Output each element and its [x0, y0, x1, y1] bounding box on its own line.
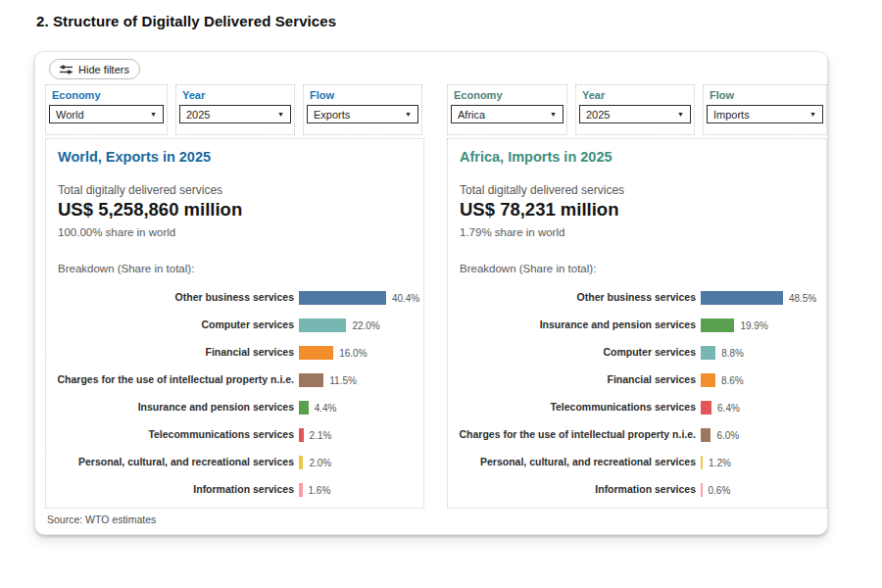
value-label: 6.4% [717, 403, 740, 414]
chevron-down-icon: ▼ [809, 111, 816, 118]
category-label: Personal, cultural, and recreational ser… [46, 457, 294, 468]
filter-box-economy-right: Economy Africa ▼ [447, 84, 567, 135]
breakdown-label: Breakdown (Share in total): [460, 263, 596, 274]
chart-row: Computer services8.8% [448, 339, 826, 367]
share-in-world-text: 100.00% share in world [58, 226, 175, 238]
economy-select-right-value: Africa [458, 109, 485, 121]
value-label: 2.1% [310, 430, 332, 441]
year-select-left[interactable]: 2025 ▼ [179, 105, 291, 123]
bar[interactable] [701, 291, 783, 305]
category-label: Financial services [448, 374, 696, 386]
category-label: Insurance and pension services [46, 402, 294, 414]
bar[interactable] [701, 483, 703, 497]
chart-row: Computer services22.0% [46, 312, 423, 339]
chart-row: Other business services48.5% [448, 284, 826, 312]
year-select-right[interactable]: 2025 ▼ [579, 105, 691, 123]
flow-select-left-value: Exports [314, 109, 350, 121]
chart-row: Other business services40.4% [46, 284, 423, 312]
category-label: Computer services [46, 319, 294, 331]
flow-select-right-value: Imports [713, 109, 750, 121]
filter-box-year-left: Year 2025 ▼ [175, 84, 295, 135]
category-label: Charges for the use of intellectual prop… [46, 374, 294, 386]
bar[interactable] [299, 318, 346, 332]
chevron-down-icon: ▼ [277, 111, 284, 118]
bar[interactable] [299, 401, 309, 415]
total-label: Total digitally delivered services [460, 183, 624, 197]
year-select-left-value: 2025 [186, 109, 210, 121]
chevron-down-icon: ▼ [550, 111, 557, 118]
bar[interactable] [701, 373, 715, 387]
value-label: 11.5% [329, 375, 357, 386]
panel-heading: Africa, Imports in 2025 [460, 149, 612, 165]
filter-label-economy-left: Economy [49, 89, 164, 101]
filter-label-year-right: Year [579, 89, 691, 101]
economy-select-left[interactable]: World ▼ [49, 105, 164, 123]
breakdown-bar-chart: Other business services48.5%Insurance an… [448, 284, 826, 504]
filter-box-flow-left: Flow Exports ▼ [303, 84, 422, 135]
dashboard-card: Hide filters Economy World ▼ Year 2025 ▼… [34, 51, 828, 535]
flow-select-left[interactable]: Exports ▼ [307, 105, 418, 123]
chevron-down-icon: ▼ [405, 111, 412, 118]
bar[interactable] [701, 428, 710, 442]
value-label: 8.6% [721, 375, 744, 386]
value-label: 16.0% [339, 348, 367, 359]
panel-world-exports: World, Exports in 2025 Total digitally d… [45, 138, 424, 509]
chevron-down-icon: ▼ [150, 111, 157, 118]
economy-select-left-value: World [56, 109, 84, 121]
value-label: 8.8% [721, 348, 744, 359]
category-label: Other business services [448, 292, 696, 304]
category-label: Computer services [448, 347, 696, 359]
filter-box-economy-left: Economy World ▼ [45, 84, 168, 135]
value-label: 48.5% [789, 293, 816, 304]
breakdown-label: Breakdown (Share in total): [58, 263, 194, 274]
value-label: 4.4% [315, 403, 337, 414]
bar[interactable] [701, 401, 711, 415]
bar[interactable] [701, 456, 703, 469]
flow-select-right[interactable]: Imports ▼ [707, 105, 823, 123]
category-label: Information services [46, 484, 294, 496]
value-label: 19.9% [740, 320, 767, 331]
chevron-down-icon: ▼ [677, 111, 684, 118]
chart-row: Insurance and pension services19.9% [448, 312, 826, 339]
hide-filters-button[interactable]: Hide filters [49, 59, 140, 79]
bar[interactable] [299, 373, 323, 387]
filter-label-economy-right: Economy [451, 89, 564, 101]
category-label: Information services [448, 484, 696, 496]
chart-row: Personal, cultural, and recreational ser… [448, 449, 826, 476]
filter-sliders-icon [60, 65, 73, 74]
category-label: Financial services [46, 347, 294, 359]
bar[interactable] [299, 291, 386, 305]
value-label: 2.0% [309, 458, 331, 468]
breakdown-bar-chart: Other business services40.4%Computer ser… [46, 284, 423, 504]
bar[interactable] [701, 346, 715, 360]
filter-label-flow-left: Flow [307, 89, 418, 101]
total-value: US$ 78,231 million [460, 199, 618, 220]
year-select-right-value: 2025 [586, 109, 610, 121]
panel-africa-imports: Africa, Imports in 2025 Total digitally … [447, 138, 827, 509]
category-label: Charges for the use of intellectual prop… [448, 429, 696, 441]
bar[interactable] [299, 346, 333, 360]
total-label: Total digitally delivered services [58, 183, 222, 197]
category-label: Other business services [46, 292, 294, 304]
chart-row: Telecommunications services2.1% [46, 421, 423, 449]
page-title: 2. Structure of Digitally Delivered Serv… [36, 13, 336, 29]
value-label: 0.6% [709, 485, 731, 496]
bar[interactable] [299, 456, 303, 469]
total-value: US$ 5,258,860 million [58, 199, 242, 220]
bar[interactable] [701, 318, 734, 332]
category-label: Telecommunications services [448, 402, 696, 414]
filter-label-year-left: Year [179, 89, 291, 101]
chart-row: Financial services16.0% [46, 339, 423, 367]
economy-select-right[interactable]: Africa ▼ [451, 105, 564, 123]
category-label: Personal, cultural, and recreational ser… [448, 457, 696, 468]
filter-label-flow-right: Flow [707, 89, 823, 101]
chart-row: Information services1.6% [46, 476, 423, 504]
panel-heading: World, Exports in 2025 [58, 149, 211, 165]
bar[interactable] [299, 483, 303, 497]
chart-row: Charges for the use of intellectual prop… [46, 367, 423, 394]
bar[interactable] [299, 428, 304, 442]
value-label: 1.6% [309, 485, 331, 496]
category-label: Telecommunications services [46, 429, 294, 441]
value-label: 6.0% [716, 430, 739, 441]
chart-row: Insurance and pension services4.4% [46, 394, 423, 421]
